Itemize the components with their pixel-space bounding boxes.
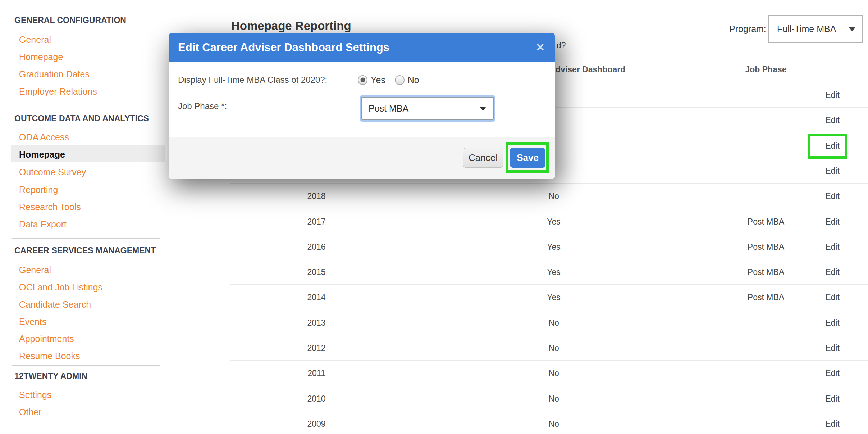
radio-yes-label[interactable]: Yes	[371, 75, 385, 85]
radio-yes[interactable]	[358, 75, 367, 85]
modal-title: Edit Career Adviser Dashboard Settings	[178, 33, 389, 62]
edit-link[interactable]: Edit	[805, 361, 859, 386]
sidebar-item-resume-books[interactable]: Resume Books	[19, 347, 80, 365]
dashboard-cell: No	[500, 310, 608, 335]
job-phase-cell: Post MBA	[716, 285, 816, 310]
sidebar-divider	[12, 365, 160, 366]
sidebar-item-employer-relations[interactable]: Employer Relations	[19, 83, 97, 100]
dashboard-cell: No	[500, 411, 608, 434]
table-row-2010: 2010 No Edit	[230, 386, 868, 411]
program-select[interactable]: Full-Time MBA	[768, 15, 863, 43]
caret-down-icon	[480, 107, 486, 111]
display-class-2020-radio-group: Yes No	[358, 73, 429, 87]
edit-link[interactable]: Edit	[805, 82, 859, 108]
table-row-2012: 2012 No Edit	[230, 335, 868, 360]
year-cell: 2010	[252, 386, 381, 411]
edit-link[interactable]: Edit	[805, 184, 859, 209]
job-phase-cell	[716, 158, 816, 184]
dashboard-cell: Yes	[500, 259, 608, 285]
edit-link[interactable]: Edit	[805, 209, 859, 234]
display-class-2020-label: Display Full-Time MBA Class of 2020?:	[178, 75, 327, 85]
edit-link[interactable]: Edit	[805, 335, 859, 361]
radio-no-label[interactable]: No	[408, 75, 419, 85]
sidebar-item-candidate-search[interactable]: Candidate Search	[19, 296, 91, 313]
table-row-2011: 2011 No Edit	[230, 360, 868, 385]
job-phase-cell	[716, 310, 816, 335]
sidebar-item-other[interactable]: Other	[19, 403, 42, 421]
dashboard-cell: Yes	[500, 209, 608, 234]
edit-link[interactable]: Edit	[805, 310, 859, 335]
year-cell: 2018	[252, 184, 381, 209]
sidebar-item-appointments[interactable]: Appointments	[19, 330, 74, 347]
sidebar-item-graduation-dates[interactable]: Graduation Dates	[19, 65, 90, 83]
edit-link[interactable]: Edit	[805, 411, 859, 434]
table-row-2017: 2017 Yes Post MBA Edit	[230, 209, 868, 234]
sidebar-section-career-services-management: CAREER SERVICES MANAGEMENT	[14, 242, 156, 259]
year-cell: 2012	[252, 335, 381, 361]
edit-link[interactable]: Edit	[805, 285, 859, 310]
sidebar-divider	[12, 238, 160, 239]
year-cell: 2014	[252, 285, 381, 310]
edit-career-adviser-dashboard-modal: Edit Career Adviser Dashboard Settings ✕…	[169, 33, 555, 179]
table-row-2018: 2018 No Edit	[230, 183, 868, 208]
year-cell: 2017	[252, 209, 381, 234]
sidebar-item-oda-homepage-active[interactable]: Homepage	[19, 146, 65, 163]
program-select-value: Full-Time MBA	[777, 16, 836, 42]
job-phase-cell: Post MBA	[716, 259, 816, 285]
sidebar-item-oda-access[interactable]: ODA Access	[19, 128, 69, 146]
program-label: Program:	[729, 23, 766, 34]
table-row-2014: 2014 Yes Post MBA Edit	[230, 284, 868, 309]
sidebar-item-csm-general[interactable]: General	[19, 261, 51, 279]
cancel-button[interactable]: Cancel	[463, 148, 503, 168]
job-phase-select[interactable]: Post MBA	[361, 97, 494, 120]
sidebar-item-settings[interactable]: Settings	[19, 386, 51, 403]
sidebar-item-oci-job-listings[interactable]: OCI and Job Listings	[19, 279, 102, 296]
edit-link[interactable]: Edit	[805, 259, 859, 285]
column-header-adviser-dashboard: dviser Dashboard	[556, 65, 625, 74]
settings-sidebar: GENERAL CONFIGURATION General Homepage G…	[0, 0, 165, 434]
job-phase-cell	[716, 108, 816, 133]
modal-footer: Cancel Save	[169, 137, 555, 179]
dashboard-cell: No	[500, 335, 608, 361]
table-row-2015: 2015 Yes Post MBA Edit	[230, 259, 868, 284]
sidebar-section-outcome-data-analytics: OUTCOME DATA AND ANALYTICS	[14, 110, 149, 127]
close-icon[interactable]: ✕	[536, 33, 545, 62]
job-phase-cell	[716, 361, 816, 386]
job-phase-cell	[716, 386, 816, 411]
job-phase-select-value: Post MBA	[369, 98, 408, 119]
modal-header: Edit Career Adviser Dashboard Settings ✕	[169, 33, 555, 62]
sidebar-item-homepage[interactable]: Homepage	[19, 48, 63, 65]
edit-link[interactable]: Edit	[805, 386, 859, 411]
sidebar-section-general-configuration: GENERAL CONFIGURATION	[14, 12, 126, 29]
job-phase-label: Job Phase *:	[178, 101, 227, 111]
job-phase-cell: Post MBA	[716, 209, 816, 234]
homepage-reporting-settings-page: { "colors": { "accent_orange": "#ed8433"…	[0, 0, 868, 434]
save-button[interactable]: Save	[510, 148, 545, 168]
sidebar-section-12twenty-admin: 12TWENTY ADMIN	[14, 367, 87, 385]
table-row-2009: 2009 No Edit	[230, 411, 868, 434]
sidebar-item-outcome-survey[interactable]: Outcome Survey	[19, 163, 86, 181]
year-cell: 2015	[252, 259, 381, 285]
table-row-2016: 2016 Yes Post MBA Edit	[230, 234, 868, 259]
sidebar-item-research-tools[interactable]: Research Tools	[19, 198, 81, 216]
sidebar-item-reporting[interactable]: Reporting	[19, 181, 58, 198]
radio-no[interactable]	[395, 75, 405, 85]
job-phase-cell	[716, 133, 816, 158]
job-phase-cell	[716, 411, 816, 434]
year-cell: 2009	[252, 411, 381, 434]
job-phase-cell	[716, 335, 816, 361]
edit-link[interactable]: Edit	[805, 234, 859, 259]
job-phase-cell: Post MBA	[716, 234, 816, 259]
edit-link[interactable]: Edit	[805, 158, 859, 184]
sidebar-item-general[interactable]: General	[19, 31, 51, 48]
year-cell: 2011	[252, 361, 381, 386]
job-phase-cell	[716, 82, 816, 108]
dashboard-cell: No	[500, 386, 608, 411]
caret-down-icon	[849, 27, 855, 31]
column-header-job-phase: Job Phase	[716, 65, 816, 74]
sidebar-item-events[interactable]: Events	[19, 313, 46, 330]
edit-link[interactable]: Edit	[805, 108, 859, 133]
edit-link-highlighted[interactable]: Edit	[805, 133, 859, 158]
table-row-2013: 2013 No Edit	[230, 310, 868, 335]
sidebar-item-data-export[interactable]: Data Export	[19, 216, 67, 233]
